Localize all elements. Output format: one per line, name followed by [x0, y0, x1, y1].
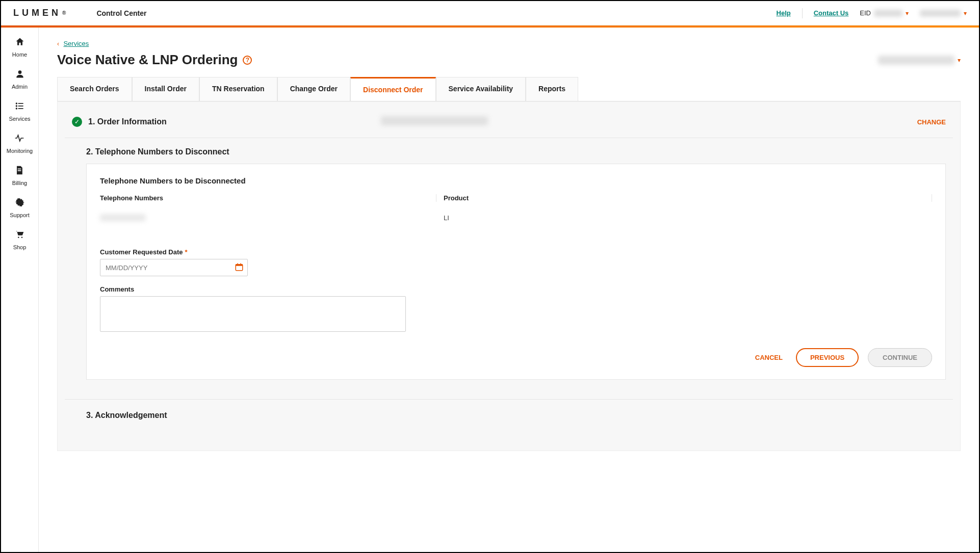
help-icon[interactable]: ? — [243, 56, 252, 65]
tab-service-availability[interactable]: Service Availability — [436, 77, 526, 101]
column-product: Product — [436, 194, 932, 202]
document-icon — [14, 165, 24, 178]
logo-mark: ® — [62, 10, 66, 16]
step-1-row: ✓ 1. Order Information CHANGE — [65, 111, 953, 138]
svg-rect-14 — [237, 264, 238, 265]
comments-textarea[interactable] — [100, 296, 406, 332]
sidebar-label: Admin — [12, 84, 28, 90]
card-title: Telephone Numbers to be Disconnected — [100, 176, 932, 185]
content: ‹ Services Voice Native & LNP Ordering ?… — [39, 28, 979, 552]
logo: LUMEN® — [13, 8, 66, 18]
sidebar-item-admin[interactable]: Admin — [12, 69, 28, 90]
sidebar-label: Home — [12, 51, 27, 58]
svg-point-11 — [21, 237, 23, 239]
step-1-meta — [381, 116, 488, 127]
wizard-panel: ✓ 1. Order Information CHANGE 2. Telepho… — [57, 101, 961, 451]
order-info-redacted — [381, 116, 488, 125]
step-2-row: 2. Telephone Numbers to Disconnect Telep… — [65, 138, 953, 387]
svg-rect-6 — [18, 108, 23, 109]
topbar: LUMEN® Control Center Help Contact Us EI… — [1, 1, 979, 25]
home-icon — [15, 37, 25, 49]
user-icon — [15, 69, 25, 82]
continue-button[interactable]: CONTINUE — [868, 348, 932, 367]
column-telephone-numbers: Telephone Numbers — [100, 194, 436, 202]
check-circle-icon: ✓ — [72, 117, 82, 127]
change-link[interactable]: CHANGE — [917, 118, 946, 126]
eid-selector[interactable]: EID ▾ — [860, 9, 909, 17]
app-name: Control Center — [96, 9, 146, 17]
breadcrumb-row: ‹ Services — [57, 39, 961, 48]
sidebar: Home Admin Services Monitoring — [1, 28, 39, 552]
svg-point-0 — [18, 70, 21, 74]
eid-prefix: EID — [860, 9, 871, 17]
help-link[interactable]: Help — [777, 9, 791, 17]
divider — [802, 8, 803, 18]
date-label: Customer Requested Date — [100, 248, 183, 256]
sidebar-item-services[interactable]: Services — [9, 101, 30, 122]
step-3-title: 3. Acknowledgement — [86, 411, 946, 420]
svg-point-5 — [15, 108, 17, 109]
tn-redacted — [100, 214, 146, 221]
svg-rect-13 — [236, 265, 243, 266]
sidebar-item-monitoring[interactable]: Monitoring — [7, 133, 33, 154]
title-row: Voice Native & LNP Ordering ? ▾ — [57, 52, 961, 68]
sidebar-item-shop[interactable]: Shop — [13, 229, 27, 250]
cancel-button[interactable]: CANCEL — [751, 349, 787, 366]
customer-requested-date-input[interactable] — [100, 259, 248, 276]
logo-text: LUMEN — [13, 8, 61, 18]
topbar-right: Help Contact Us EID ▾ ▾ — [777, 8, 967, 18]
svg-point-3 — [15, 105, 17, 107]
svg-rect-4 — [18, 106, 23, 107]
sidebar-item-home[interactable]: Home — [12, 37, 27, 58]
tab-tn-reservation[interactable]: TN Reservation — [199, 77, 277, 101]
calendar-icon[interactable] — [235, 262, 244, 274]
eid-value-redacted — [874, 10, 902, 17]
sidebar-label: Monitoring — [7, 148, 33, 154]
chevron-down-icon: ▾ — [906, 10, 909, 17]
svg-point-10 — [18, 237, 20, 239]
svg-rect-8 — [18, 170, 21, 171]
date-field: Customer Requested Date * — [100, 248, 932, 276]
step-2-title: 2. Telephone Numbers to Disconnect — [86, 147, 946, 156]
svg-point-1 — [15, 102, 17, 104]
step-1-title: 1. Order Information — [88, 117, 167, 126]
tab-change-order[interactable]: Change Order — [277, 77, 350, 101]
required-mark: * — [185, 248, 188, 256]
page-title-text: Voice Native & LNP Ordering — [57, 52, 238, 68]
chevron-left-icon: ‹ — [57, 40, 59, 47]
cart-icon — [14, 229, 24, 242]
user-name-redacted — [920, 10, 961, 17]
tabs: Search Orders Install Order TN Reservati… — [57, 77, 961, 101]
contact-link[interactable]: Contact Us — [814, 9, 849, 17]
sidebar-item-billing[interactable]: Billing — [12, 165, 27, 186]
comments-field: Comments — [100, 285, 932, 334]
date-label-row: Customer Requested Date * — [100, 248, 932, 256]
cell-telephone-number — [100, 214, 436, 223]
sidebar-label: Services — [9, 116, 30, 122]
list-icon — [15, 101, 25, 114]
tab-reports[interactable]: Reports — [526, 77, 578, 101]
sidebar-item-support[interactable]: Support — [10, 197, 30, 218]
table-header: Telephone Numbers Product — [100, 194, 932, 202]
sidebar-label: Shop — [13, 244, 27, 250]
action-row: CANCEL PREVIOUS CONTINUE — [100, 348, 932, 367]
disconnect-card: Telephone Numbers to be Disconnected Tel… — [86, 164, 946, 380]
sidebar-label: Billing — [12, 180, 27, 186]
gear-icon — [15, 197, 25, 210]
user-selector[interactable]: ▾ — [920, 10, 967, 17]
svg-rect-2 — [18, 103, 23, 104]
date-input-wrap — [100, 259, 248, 276]
table-row: LI — [100, 202, 932, 223]
comments-label: Comments — [100, 285, 932, 293]
tab-install-order[interactable]: Install Order — [132, 77, 199, 101]
svg-rect-7 — [18, 169, 21, 170]
cell-product: LI — [436, 214, 932, 223]
breadcrumb-services[interactable]: Services — [63, 40, 89, 47]
previous-button[interactable]: PREVIOUS — [796, 348, 859, 367]
account-selector[interactable]: ▾ — [878, 56, 961, 65]
step-3-row: 3. Acknowledgement — [65, 400, 953, 451]
chevron-down-icon: ▾ — [964, 10, 967, 17]
tab-disconnect-order[interactable]: Disconnect Order — [350, 77, 435, 101]
tab-search-orders[interactable]: Search Orders — [57, 77, 132, 101]
account-name-redacted — [878, 56, 955, 65]
